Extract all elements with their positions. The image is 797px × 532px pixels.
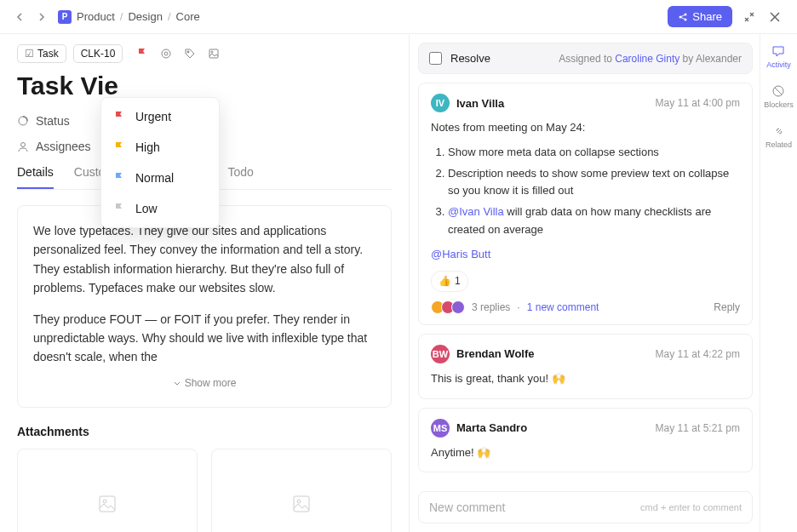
blocker-icon [771, 84, 785, 98]
priority-label: Normal [135, 171, 174, 185]
breadcrumb-sep: / [120, 10, 123, 23]
comment-body: This is great, thank you! 🙌 [431, 370, 740, 388]
attachment-placeholder[interactable] [17, 449, 198, 532]
assigned-text: Assigned to Caroline Ginty by Alexander [559, 53, 742, 65]
comment: BW Brendan Wolfe May 11 at 4:22 pm This … [418, 334, 753, 399]
svg-point-4 [164, 52, 168, 55]
description-p1: We love typefaces. They give our sites a… [33, 221, 376, 298]
comment-author: Brendan Wolfe [456, 347, 535, 360]
rail-blockers[interactable]: Blockers [764, 84, 794, 109]
priority-label: Low [135, 202, 158, 215]
show-more-button[interactable]: Show more [33, 375, 376, 392]
replies-count[interactable]: 3 replies [472, 301, 510, 313]
avatar: IV [431, 94, 450, 112]
nav-back[interactable] [14, 10, 27, 24]
flag-icon [113, 172, 125, 184]
breadcrumb[interactable]: P Product / Design / Core [58, 10, 200, 24]
comment-time: May 11 at 4:22 pm [656, 348, 740, 360]
person-icon [17, 140, 29, 152]
status-icon [17, 115, 29, 127]
new-comment-hint: cmd + enter to comment [640, 502, 742, 512]
breadcrumb-sep: / [168, 10, 171, 23]
attachment-placeholder[interactable] [211, 449, 392, 532]
rail-related[interactable]: Related [765, 124, 792, 149]
task-type-label: Task [37, 48, 59, 60]
comment-body: Anytime! 🙌 [431, 444, 740, 462]
rail-label: Activity [766, 60, 791, 69]
chat-icon [771, 44, 785, 58]
reaction-count: 1 [455, 273, 461, 289]
assignees-label: Assignees [36, 140, 91, 153]
flag-icon [113, 203, 125, 215]
svg-rect-6 [209, 49, 218, 58]
svg-point-3 [162, 49, 170, 58]
avatar: BW [431, 345, 450, 363]
image-icon [97, 494, 118, 514]
new-comment-placeholder: New comment [429, 501, 505, 514]
flag-icon [113, 111, 125, 123]
attachments-title: Attachments [17, 425, 392, 438]
reaction-emoji: 👍 [439, 273, 451, 289]
comment: IV Ivan Villa May 11 at 4:00 pm Notes fr… [418, 83, 753, 325]
breadcrumb-item-design[interactable]: Design [128, 10, 162, 23]
flag-icon[interactable] [136, 48, 148, 60]
svg-point-11 [103, 500, 106, 503]
priority-high[interactable]: High [101, 132, 219, 163]
image-icon[interactable] [208, 48, 220, 60]
share-label: Share [692, 10, 722, 23]
comment-author: Ivan Villa [456, 97, 504, 110]
resolve-checkbox[interactable] [429, 52, 442, 65]
svg-rect-10 [100, 496, 115, 512]
priority-dropdown[interactable]: Urgent High Normal Low [100, 97, 220, 228]
priority-low[interactable]: Low [101, 193, 219, 224]
description-box[interactable]: We love typefaces. They give our sites a… [17, 205, 392, 408]
chevron-down-icon [173, 379, 181, 387]
comment-intro: Notes from meeting on May 24: [431, 119, 740, 137]
priority-label: Urgent [135, 110, 171, 123]
target-icon[interactable] [160, 48, 172, 60]
new-comment-indicator[interactable]: 1 new comment [527, 301, 599, 313]
task-id-label: CLK-10 [81, 48, 116, 60]
link-icon [772, 124, 786, 138]
collapse-icon[interactable] [741, 9, 758, 26]
priority-label: High [135, 140, 160, 154]
reply-button[interactable]: Reply [714, 301, 740, 313]
comment-author: Marta Sandro [456, 421, 527, 434]
mention[interactable]: @Ivan Villa [448, 205, 504, 218]
assignee-link[interactable]: Caroline Ginty [615, 53, 679, 65]
page-title: Task Vie [17, 72, 392, 100]
status-label: Status [36, 114, 70, 128]
list-item: Description needs to show some preview t… [448, 165, 740, 201]
tab-todo[interactable]: Todo [227, 165, 253, 189]
rail-label: Related [765, 140, 792, 149]
priority-urgent[interactable]: Urgent [101, 101, 219, 132]
comment-time: May 11 at 4:00 pm [656, 97, 740, 109]
close-icon[interactable] [766, 9, 783, 26]
breadcrumb-item-product[interactable]: Product [77, 10, 115, 23]
priority-normal[interactable]: Normal [101, 163, 219, 193]
reply-avatars [431, 300, 465, 314]
new-comment-input[interactable]: New comment cmd + enter to comment [418, 491, 753, 523]
resolve-label: Resolve [450, 52, 490, 65]
reaction[interactable]: 👍1 [431, 271, 468, 292]
list-item: @Ivan Villa will grab data on how many c… [448, 203, 740, 239]
task-type-chip[interactable]: ☑ Task [17, 44, 66, 63]
nav-forward[interactable] [34, 10, 48, 24]
svg-point-7 [211, 51, 213, 53]
image-icon [291, 494, 312, 514]
share-button[interactable]: Share [668, 6, 732, 27]
mention[interactable]: @Haris Butt [431, 248, 490, 260]
check-icon: ☑ [25, 48, 34, 60]
rail-activity[interactable]: Activity [766, 44, 791, 69]
tab-details[interactable]: Details [17, 165, 54, 189]
description-p2: They produce FOUT — or FOIT if you prefe… [33, 310, 376, 367]
comment: MS Marta Sandro May 11 at 5:21 pm Anytim… [418, 408, 753, 473]
flag-icon [113, 141, 125, 153]
svg-point-13 [297, 500, 301, 503]
svg-point-9 [21, 143, 26, 147]
share-icon [678, 12, 688, 22]
breadcrumb-badge: P [58, 10, 72, 24]
breadcrumb-item-core[interactable]: Core [176, 10, 200, 23]
task-id-chip[interactable]: CLK-10 [73, 44, 123, 63]
tag-icon[interactable] [184, 48, 196, 60]
